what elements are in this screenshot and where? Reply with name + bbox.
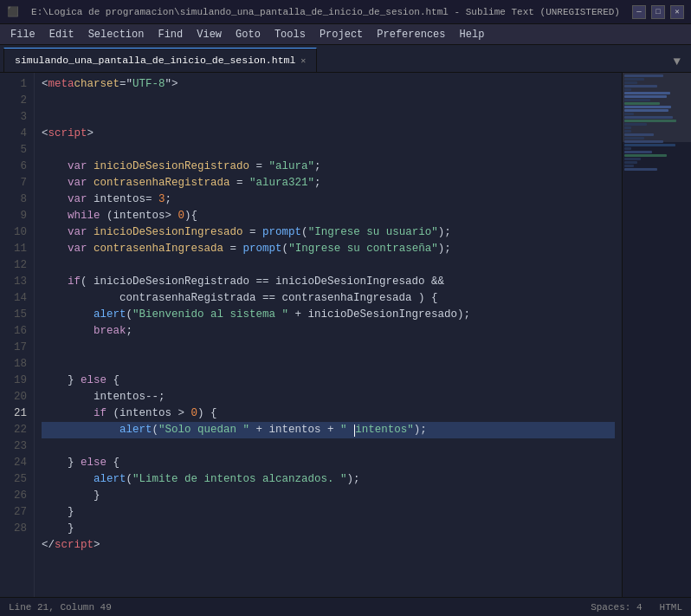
code-line-20: if (intentos > 0) { (42, 405, 615, 422)
code-line-19: intentos--; (42, 389, 615, 405)
menu-preferences[interactable]: Preferences (370, 27, 452, 42)
menu-file[interactable]: File (3, 27, 42, 42)
line-num-19: 19 (3, 373, 27, 389)
tab-add-button[interactable]: ▼ (667, 51, 688, 72)
code-line-28: </script> (42, 537, 615, 554)
code-line-4: <script> (42, 126, 615, 142)
status-bar: Line 21, Column 49 Spaces: 4 HTML (0, 597, 691, 616)
language-info: HTML (660, 602, 682, 613)
line-num-15: 15 (3, 307, 27, 323)
code-line-16 (42, 340, 615, 356)
code-line-5 (42, 142, 615, 159)
line-num-28: 28 (3, 521, 27, 537)
tab-close-button[interactable]: ✕ (300, 55, 306, 66)
tab-file[interactable]: simulando_una_pantalla_de_inicio_de_sesi… (3, 48, 317, 72)
line-num-27: 27 (3, 504, 27, 521)
line-num-22: 22 (3, 422, 27, 438)
line-num-3: 3 (3, 109, 27, 126)
window-controls: ─ □ ✕ (632, 5, 684, 19)
line-num-9: 9 (3, 208, 27, 224)
code-line-6: var inicioDeSesionRegistrado = "alura"; (42, 159, 615, 175)
menu-goto[interactable]: Goto (229, 27, 268, 42)
cursor-position: Line 21, Column 49 (9, 602, 112, 613)
line-num-26: 26 (3, 488, 27, 504)
line-num-11: 11 (3, 241, 27, 257)
maximize-button[interactable]: □ (651, 5, 665, 19)
line-num-17: 17 (3, 340, 27, 356)
code-line-10: var inicioDeSesionIngresado = prompt("In… (42, 224, 615, 241)
indentation-info: Spaces: 4 (591, 602, 642, 613)
line-num-25: 25 (3, 471, 27, 488)
code-line-3 (42, 109, 615, 126)
code-line-1: <meta charset="UTF-8"> (42, 76, 615, 93)
tab-bar: simulando_una_pantalla_de_inicio_de_sesi… (0, 45, 691, 73)
line-num-12: 12 (3, 257, 27, 274)
code-line-12 (42, 257, 615, 274)
menu-edit[interactable]: Edit (42, 27, 81, 42)
code-line-23: } else { (42, 455, 615, 471)
code-line-27: } (42, 521, 615, 537)
title-bar: ⬛ E:\Logica de programacion\simulando_un… (0, 0, 691, 24)
code-line-17 (42, 356, 615, 373)
line-num-2: 2 (3, 93, 27, 109)
menu-tools[interactable]: Tools (268, 27, 313, 42)
line-num-8: 8 (3, 191, 27, 208)
code-line-13: if( inicioDeSesionRegistrado == inicioDe… (42, 274, 615, 290)
line-num-13: 13 (3, 274, 27, 290)
code-line-15: break; (42, 323, 615, 340)
code-editor[interactable]: <meta charset="UTF-8"> <script> var inic… (35, 73, 622, 597)
line-num-18: 18 (3, 356, 27, 373)
code-line-13b: contrasenhaRegistrada == contrasenhaIngr… (42, 290, 615, 307)
menu-project[interactable]: Project (313, 27, 370, 42)
minimize-button[interactable]: ─ (632, 5, 646, 19)
line-num-24: 24 (3, 455, 27, 471)
code-line-22 (42, 438, 615, 455)
code-line-26: } (42, 504, 615, 521)
line-num-4: 4 (3, 126, 27, 142)
line-num-14: 14 (3, 290, 27, 307)
line-num-1: 1 (3, 76, 27, 93)
line-num-7: 7 (3, 175, 27, 191)
code-line-14: alert("Bienvenido al sistema " + inicioD… (42, 307, 615, 323)
editor-container: 1 2 3 4 5 6 7 8 9 10 11 12 13 14 15 16 1… (0, 73, 691, 597)
code-line-25: } (42, 488, 615, 504)
line-num-16: 16 (3, 323, 27, 340)
menu-bar: File Edit Selection Find View Goto Tools… (0, 24, 691, 45)
tab-label: simulando_una_pantalla_de_inicio_de_sesi… (15, 55, 295, 66)
close-button[interactable]: ✕ (670, 5, 684, 19)
menu-find[interactable]: Find (151, 27, 190, 42)
code-line-7: var contrasenhaRegistrada = "alura321"; (42, 175, 615, 191)
title-text: E:\Logica de programacion\simulando_una_… (19, 7, 632, 17)
line-num-6: 6 (3, 159, 27, 175)
app-icon: ⬛ (7, 6, 19, 17)
line-num-20: 20 (3, 389, 27, 405)
code-line-18: } else { (42, 373, 615, 389)
code-line-8: var intentos= 3; (42, 191, 615, 208)
code-line-9: while (intentos> 0){ (42, 208, 615, 224)
code-line-11: var contrasenhaIngresada = prompt("Ingre… (42, 241, 615, 257)
code-line-21: alert("Solo quedan " + intentos + " inte… (42, 422, 615, 438)
menu-selection[interactable]: Selection (81, 27, 152, 42)
minimap (622, 73, 691, 597)
line-num-10: 10 (3, 224, 27, 241)
line-num-5: 5 (3, 142, 27, 159)
status-right: Spaces: 4 HTML (591, 602, 682, 613)
code-line-2 (42, 93, 615, 109)
line-num-21: 21 (3, 405, 27, 422)
menu-help[interactable]: Help (453, 27, 492, 42)
code-line-24: alert("Limite de intentos alcanzados. ")… (42, 471, 615, 488)
line-numbers: 1 2 3 4 5 6 7 8 9 10 11 12 13 14 15 16 1… (0, 73, 35, 597)
menu-view[interactable]: View (190, 27, 229, 42)
line-num-23: 23 (3, 438, 27, 455)
